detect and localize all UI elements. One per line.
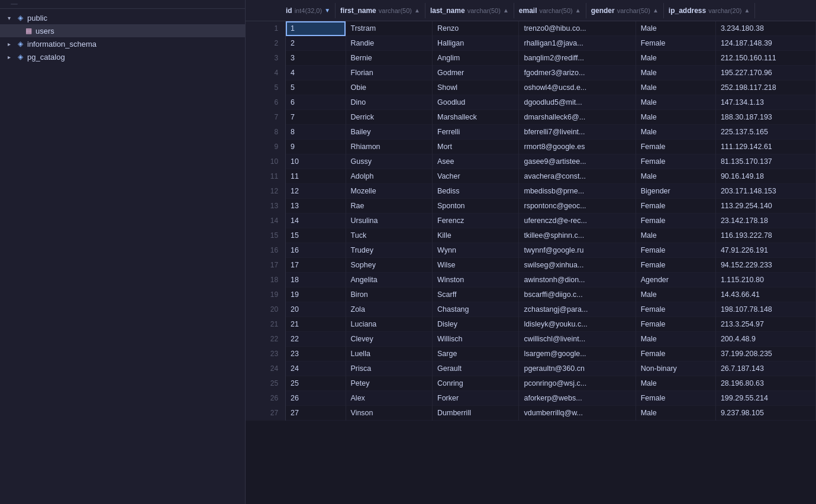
- cell-id[interactable]: 16: [286, 243, 346, 258]
- cell-ip-address[interactable]: 124.187.148.39: [715, 36, 815, 51]
- cell-gender[interactable]: Female: [636, 243, 715, 258]
- cell-first-name[interactable]: Trstram: [346, 21, 432, 36]
- cell-gender[interactable]: Male: [636, 332, 715, 347]
- cell-email[interactable]: rhalligan1@java...: [519, 36, 636, 51]
- cell-gender[interactable]: Female: [636, 140, 715, 154]
- table-row[interactable]: 2424PriscaGeraultpgeraultn@360.cnNon-bin…: [246, 361, 816, 376]
- cell-last-name[interactable]: Scarff: [433, 287, 519, 302]
- table-row[interactable]: 77DerrickMarshalleckdmarshalleck6@...Mal…: [246, 110, 816, 125]
- cell-gender[interactable]: Male: [636, 95, 715, 110]
- cell-id[interactable]: 17: [286, 258, 346, 273]
- table-row[interactable]: 1414UrsulinaFerenczuferenczd@e-rec...Fem…: [246, 214, 816, 228]
- cell-last-name[interactable]: Wilse: [433, 258, 519, 273]
- table-row[interactable]: 2222CleveyWillischcwillischl@liveint...M…: [246, 332, 816, 347]
- cell-gender[interactable]: Male: [636, 287, 715, 302]
- cell-ip-address[interactable]: 113.29.254.140: [715, 199, 815, 214]
- table-row[interactable]: 33BernieAnglimbanglim2@rediff...Male212.…: [246, 51, 816, 66]
- sidebar-item-users[interactable]: ▦users: [0, 24, 245, 37]
- data-table-wrapper[interactable]: 11TrstramRenzotrenzo0@hibu.co...Male3.23…: [246, 21, 816, 504]
- cell-first-name[interactable]: Mozelle: [346, 184, 432, 199]
- cell-id[interactable]: 12: [286, 184, 346, 199]
- cell-gender[interactable]: Male: [636, 110, 715, 125]
- cell-ip-address[interactable]: 212.150.160.111: [715, 51, 815, 66]
- col-header-first_name[interactable]: first_namevarchar(50)▲: [336, 3, 425, 18]
- cell-last-name[interactable]: Forker: [433, 391, 519, 406]
- cell-first-name[interactable]: Biron: [346, 287, 432, 302]
- cell-email[interactable]: swilseg@xinhua...: [519, 258, 636, 273]
- cell-gender[interactable]: Female: [636, 199, 715, 214]
- cell-email[interactable]: fgodmer3@arizo...: [519, 66, 636, 80]
- cell-email[interactable]: awinstonh@dion...: [519, 273, 636, 287]
- cell-first-name[interactable]: Bernie: [346, 51, 432, 66]
- col-header-email[interactable]: emailvarchar(50)▲: [514, 3, 586, 18]
- table-row[interactable]: 1818AngelitaWinstonawinstonh@dion...Agen…: [246, 273, 816, 287]
- cell-first-name[interactable]: Angelita: [346, 273, 432, 287]
- cell-id[interactable]: 26: [286, 391, 346, 406]
- cell-first-name[interactable]: Sophey: [346, 258, 432, 273]
- cell-first-name[interactable]: Rae: [346, 199, 432, 214]
- cell-gender[interactable]: Female: [636, 258, 715, 273]
- cell-ip-address[interactable]: 111.129.142.61: [715, 140, 815, 154]
- table-row[interactable]: 1616TrudeyWynntwynnf@google.ruFemale47.9…: [246, 243, 816, 258]
- cell-email[interactable]: cwillischl@liveint...: [519, 332, 636, 347]
- cell-first-name[interactable]: Clevey: [346, 332, 432, 347]
- cell-email[interactable]: gasee9@artistee...: [519, 154, 636, 169]
- cell-ip-address[interactable]: 23.142.178.18: [715, 214, 815, 228]
- table-row[interactable]: 22RandieHalliganrhalligan1@java...Female…: [246, 36, 816, 51]
- cell-gender[interactable]: Male: [636, 125, 715, 140]
- cell-first-name[interactable]: Vinson: [346, 406, 432, 421]
- cell-first-name[interactable]: Trudey: [346, 243, 432, 258]
- cell-ip-address[interactable]: 26.7.187.143: [715, 361, 815, 376]
- cell-first-name[interactable]: Adolph: [346, 169, 432, 184]
- cell-last-name[interactable]: Renzo: [433, 21, 519, 36]
- cell-last-name[interactable]: Bediss: [433, 184, 519, 199]
- cell-id[interactable]: 1: [286, 21, 346, 36]
- cell-id[interactable]: 9: [286, 140, 346, 154]
- cell-first-name[interactable]: Ursulina: [346, 214, 432, 228]
- cell-last-name[interactable]: Ferencz: [433, 214, 519, 228]
- cell-email[interactable]: mbedissb@prne...: [519, 184, 636, 199]
- cell-first-name[interactable]: Alex: [346, 391, 432, 406]
- cell-first-name[interactable]: Bailey: [346, 125, 432, 140]
- cell-gender[interactable]: Agender: [636, 273, 715, 287]
- table-row[interactable]: 2020ZolaChastangzchastangj@para...Female…: [246, 302, 816, 317]
- cell-email[interactable]: uferenczd@e-rec...: [519, 214, 636, 228]
- cell-gender[interactable]: Male: [636, 51, 715, 66]
- cell-id[interactable]: 22: [286, 332, 346, 347]
- cell-id[interactable]: 14: [286, 214, 346, 228]
- table-row[interactable]: 1919BironScarffbscarffi@diigo.c...Male14…: [246, 287, 816, 302]
- cell-email[interactable]: ldisleyk@youku.c...: [519, 317, 636, 332]
- col-header-gender[interactable]: gendervarchar(50)▲: [586, 3, 664, 18]
- cell-first-name[interactable]: Rhiamon: [346, 140, 432, 154]
- cell-email[interactable]: avachera@const...: [519, 169, 636, 184]
- cell-email[interactable]: aforkerp@webs...: [519, 391, 636, 406]
- cell-ip-address[interactable]: 203.171.148.153: [715, 184, 815, 199]
- cell-gender[interactable]: Female: [636, 36, 715, 51]
- cell-ip-address[interactable]: 200.4.48.9: [715, 332, 815, 347]
- cell-first-name[interactable]: Gussy: [346, 154, 432, 169]
- sidebar-item-information_schema[interactable]: ▸◈information_schema: [0, 37, 245, 50]
- cell-email[interactable]: oshowl4@ucsd.e...: [519, 80, 636, 95]
- cell-email[interactable]: bscarffi@diigo.c...: [519, 287, 636, 302]
- cell-ip-address[interactable]: 147.134.1.13: [715, 95, 815, 110]
- cell-ip-address[interactable]: 1.115.210.80: [715, 273, 815, 287]
- table-row[interactable]: 2626AlexForkeraforkerp@webs...Female199.…: [246, 391, 816, 406]
- cell-gender[interactable]: Female: [636, 391, 715, 406]
- cell-last-name[interactable]: Sarge: [433, 347, 519, 361]
- col-header-ip_address[interactable]: ip_addressvarchar(20)▲: [664, 3, 756, 18]
- cell-email[interactable]: pgeraultn@360.cn: [519, 361, 636, 376]
- cell-email[interactable]: dmarshalleck6@...: [519, 110, 636, 125]
- cell-email[interactable]: pconringo@wsj.c...: [519, 376, 636, 391]
- cell-gender[interactable]: Male: [636, 80, 715, 95]
- cell-id[interactable]: 6: [286, 95, 346, 110]
- cell-last-name[interactable]: Godmer: [433, 66, 519, 80]
- cell-ip-address[interactable]: 90.16.149.18: [715, 169, 815, 184]
- cell-last-name[interactable]: Halligan: [433, 36, 519, 51]
- cell-gender[interactable]: Male: [636, 228, 715, 243]
- cell-email[interactable]: zchastangj@para...: [519, 302, 636, 317]
- cell-ip-address[interactable]: 3.234.180.38: [715, 21, 815, 36]
- cell-last-name[interactable]: Asee: [433, 154, 519, 169]
- table-row[interactable]: 99RhiamonMortrmort8@google.esFemale111.1…: [246, 140, 816, 154]
- cell-email[interactable]: twynnf@google.ru: [519, 243, 636, 258]
- cell-last-name[interactable]: Kille: [433, 228, 519, 243]
